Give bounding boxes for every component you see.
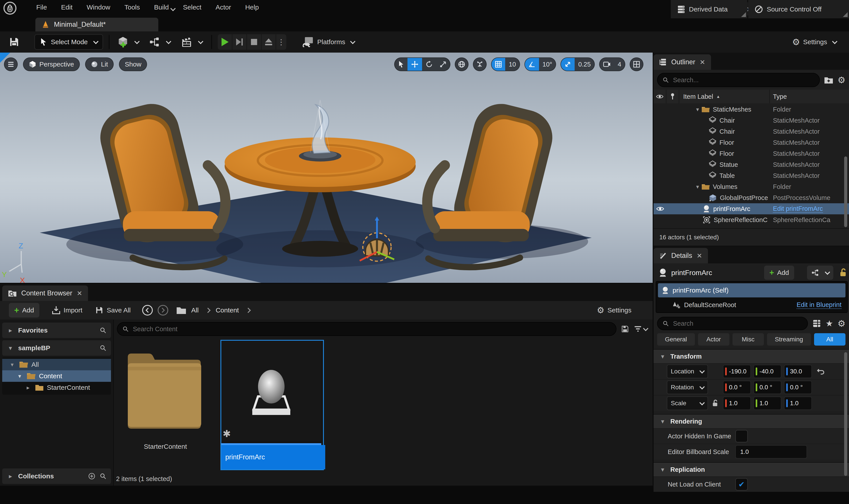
outliner-row-chair1[interactable]: Chair StaticMeshActor <box>654 115 849 126</box>
scale-z-field[interactable]: 1.0 <box>784 397 812 410</box>
save-search-icon[interactable] <box>621 325 629 333</box>
favorites-star-icon[interactable]: ★ <box>826 319 833 328</box>
angle-snap-value[interactable]: 10° <box>539 58 556 71</box>
location-dropdown[interactable]: Location <box>667 364 708 378</box>
rendering-section-header[interactable]: ▾Rendering <box>654 414 849 428</box>
outliner-row-table[interactable]: Table StaticMeshActor <box>654 170 849 181</box>
angle-snap-icon[interactable] <box>525 58 539 71</box>
save-icon[interactable] <box>8 36 20 48</box>
import-button[interactable]: Import <box>52 306 83 314</box>
outliner-row-globalpostprocess[interactable]: GlobalPostProce PostProcessVolume <box>654 192 849 203</box>
outliner-search-input[interactable]: Search... <box>657 73 820 87</box>
tree-row-startercontent[interactable]: ▸ StarterContent <box>2 382 111 393</box>
camera-speed-control[interactable]: 4 <box>599 57 625 71</box>
maximize-viewport-button[interactable] <box>630 57 643 71</box>
frame-skip-button[interactable] <box>232 34 247 50</box>
asset-tile-startercontent[interactable]: StarterContent <box>120 341 211 467</box>
breadcrumb-content[interactable]: Content <box>216 306 239 314</box>
tab-misc[interactable]: Misc <box>732 333 764 346</box>
grid-snap-value[interactable]: 10 <box>505 58 519 71</box>
rotation-dropdown[interactable]: Rotation <box>667 380 708 394</box>
scale-y-field[interactable]: 1.0 <box>754 397 781 410</box>
rotation-x-field[interactable]: 0.0 ° <box>723 381 751 394</box>
menu-build[interactable]: Build <box>151 1 172 13</box>
location-y-field[interactable]: -40.0 <box>754 365 781 378</box>
select-tool-icon[interactable] <box>395 58 407 71</box>
content-browser-settings-button[interactable]: ⚙ Settings <box>597 305 632 315</box>
outliner-tab[interactable]: Outliner ✕ <box>654 54 711 70</box>
stop-button[interactable] <box>247 34 262 50</box>
edit-in-blueprint-link[interactable]: Edit in Blueprint <box>797 301 842 309</box>
search-icon[interactable] <box>100 344 107 352</box>
menu-actor[interactable]: Actor <box>212 1 234 13</box>
location-x-field[interactable]: -190.0 <box>723 365 751 378</box>
details-tab[interactable]: Details ✕ <box>654 248 708 264</box>
grid-snap-icon[interactable] <box>492 58 505 71</box>
scale-tool-icon[interactable] <box>436 58 450 71</box>
tab-streaming[interactable]: Streaming <box>767 333 811 346</box>
menu-help[interactable]: Help <box>242 1 262 13</box>
search-icon[interactable] <box>100 327 107 334</box>
type-column-header[interactable]: Type <box>770 90 849 103</box>
outliner-row-floor2[interactable]: Floor StaticMeshActor <box>654 148 849 159</box>
outliner-row-chair2[interactable]: Chair StaticMeshActor <box>654 126 849 137</box>
outliner-scrollbar[interactable] <box>844 157 847 227</box>
close-icon[interactable]: ✕ <box>700 58 705 66</box>
outliner-row-statue[interactable]: Statue StaticMeshActor <box>654 159 849 170</box>
back-icon[interactable] <box>142 305 153 316</box>
property-matrix-icon[interactable] <box>812 319 821 328</box>
play-options-button[interactable]: ⋮ <box>276 34 286 50</box>
surface-snapping-button[interactable] <box>473 57 487 71</box>
menu-select[interactable]: Select <box>180 1 205 13</box>
content-search-input[interactable]: Search Content <box>117 322 616 336</box>
edit-printfromarc-link[interactable]: Edit printFromArc <box>773 205 823 213</box>
project-section[interactable]: ▾ sampleBP <box>2 340 111 356</box>
blueprint-edit-dropdown[interactable] <box>807 266 833 280</box>
forward-icon[interactable] <box>157 305 169 316</box>
tree-row-all[interactable]: ▾ All <box>2 359 111 370</box>
net-load-checkbox[interactable]: ✔ <box>735 478 748 490</box>
lit-dropdown[interactable]: Lit <box>85 57 114 71</box>
actor-hidden-checkbox[interactable] <box>735 430 748 442</box>
menu-file[interactable]: File <box>33 1 50 13</box>
pin-column-header[interactable] <box>666 90 679 103</box>
outliner-row-printfromarc[interactable]: printFromArc Edit printFromArc <box>654 203 849 214</box>
billboard-scale-field[interactable]: 1.0 <box>735 445 807 458</box>
search-icon[interactable] <box>100 473 107 480</box>
close-icon[interactable]: ✕ <box>77 289 82 297</box>
new-folder-icon[interactable] <box>824 76 833 85</box>
viewport-options-button[interactable] <box>4 57 18 71</box>
menu-edit[interactable]: Edit <box>58 1 76 13</box>
settings-button[interactable]: ⚙ Settings <box>792 37 837 47</box>
tab-all[interactable]: All <box>814 333 846 346</box>
item-label-column-header[interactable]: Item Label▲ <box>679 90 770 103</box>
eye-icon[interactable] <box>656 206 664 212</box>
add-button[interactable]: + Add <box>9 303 39 318</box>
self-component-row[interactable]: printFromArc (Self) <box>658 283 846 298</box>
outliner-row-staticmeshes[interactable]: ▾ StaticMeshes Folder <box>654 104 849 115</box>
details-settings-gear-icon[interactable]: ⚙ <box>837 319 846 328</box>
add-component-button[interactable]: + Add <box>764 266 794 280</box>
tab-actor[interactable]: Actor <box>698 333 729 346</box>
filter-dropdown[interactable] <box>634 325 648 333</box>
show-dropdown[interactable]: Show <box>119 57 147 71</box>
menu-tools[interactable]: Tools <box>121 1 143 13</box>
collections-section[interactable]: ▸ Collections <box>2 468 111 484</box>
outliner-row-volumes[interactable]: ▾ Volumes Folder <box>654 181 849 192</box>
breadcrumb-all[interactable]: All <box>191 306 198 314</box>
world-space-toggle[interactable] <box>455 57 468 71</box>
level-viewport[interactable]: Z Y X Perspective <box>0 53 653 283</box>
menu-window[interactable]: Window <box>84 1 113 13</box>
details-search-input[interactable]: Search <box>657 317 808 330</box>
scale-dropdown[interactable]: Scale <box>667 396 708 410</box>
perspective-dropdown[interactable]: Perspective <box>23 57 80 71</box>
save-all-button[interactable]: Save All <box>95 306 131 314</box>
select-mode-dropdown[interactable]: Select Mode <box>35 34 103 50</box>
asset-tile-printfromarc[interactable]: ✱ printFromArc <box>220 340 324 470</box>
eject-button[interactable] <box>262 34 276 50</box>
play-button[interactable] <box>218 34 232 50</box>
content-browser-tab[interactable]: Content Browser ✕ <box>2 286 88 301</box>
scale-lock-icon[interactable] <box>712 399 719 407</box>
details-scrollbar[interactable] <box>844 352 847 476</box>
rotation-y-field[interactable]: 0.0 ° <box>754 381 781 394</box>
